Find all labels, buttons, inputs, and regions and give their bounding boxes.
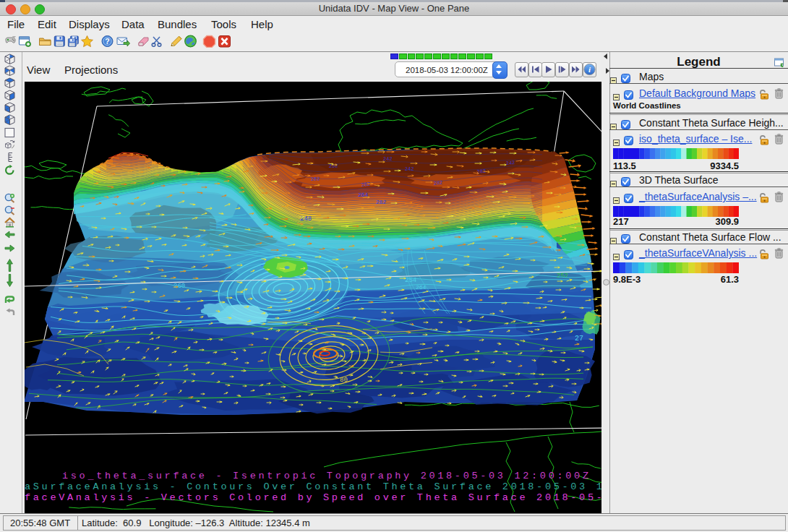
svg-text:aSurfaceAnalysis - Contours Ov: aSurfaceAnalysis - Contours Over Constan… [25,481,601,492]
svg-text:282: 282 [361,181,370,188]
svg-text:282: 282 [376,199,387,205]
svg-text:iso_theta_surface - Isentropic: iso_theta_surface - Isentropic Topograph… [62,471,591,481]
svg-text:242: 242 [383,156,393,162]
svg-text:faceVAnalysis - Vectors Colore: faceVAnalysis - Vectors Colored by Speed… [25,492,601,503]
svg-text:242: 242 [405,166,414,172]
svg-text:242: 242 [505,160,515,166]
svg-text:?: ? [105,37,109,46]
svg-text:282: 282 [311,176,320,182]
svg-text:248: 248 [300,215,312,223]
svg-text:27: 27 [575,335,583,343]
svg-text:282: 282 [433,180,442,186]
svg-text:252: 252 [557,273,568,280]
